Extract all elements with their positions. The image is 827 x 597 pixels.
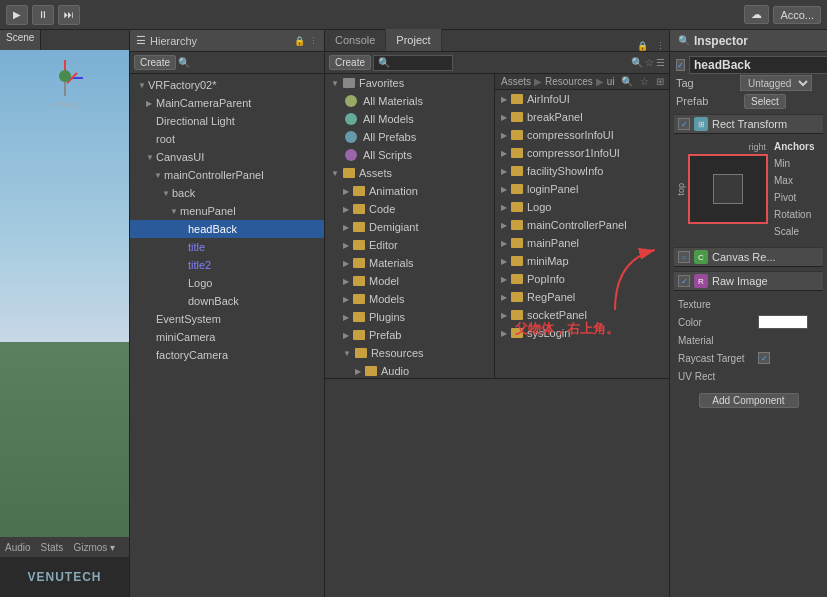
folder-icon (511, 166, 523, 176)
raw-image-checkbox[interactable]: ✓ (678, 275, 690, 287)
arrow-icon: ▶ (501, 311, 507, 320)
hierarchy-panel: ☰ Hierarchy 🔒 ⋮ Create 🔍 ▼ VRFactory02* … (130, 30, 325, 597)
hierarchy-item-root[interactable]: root (130, 130, 324, 148)
favorites-models[interactable]: All Models (325, 110, 494, 128)
asset-materials[interactable]: ▶ Materials (325, 254, 494, 272)
hierarchy-item-minicamera[interactable]: miniCamera (130, 328, 324, 346)
file-logo[interactable]: ▶ Logo (495, 198, 669, 216)
file-mainpanel[interactable]: ▶ mainPanel (495, 234, 669, 252)
assets-header[interactable]: ▼ Assets (325, 164, 494, 182)
asset-prefab[interactable]: ▶ Prefab (325, 326, 494, 344)
file-minimap[interactable]: ▶ miniMap (495, 252, 669, 270)
file-regpanel[interactable]: ▶ RegPanel (495, 288, 669, 306)
gameobject-name-row: ✓ (674, 56, 823, 74)
panel-menu-icon[interactable]: ⋮ (652, 41, 669, 51)
arrow-icon: ▶ (343, 277, 349, 286)
tab-gizmos[interactable]: Gizmos ▾ (68, 540, 120, 555)
asset-models[interactable]: ▶ Models (325, 290, 494, 308)
uvrect-label: UV Rect (678, 371, 758, 382)
hierarchy-item-factorycamera[interactable]: factoryCamera (130, 346, 324, 364)
hierarchy-item-menupanel[interactable]: ▼ menuPanel (130, 202, 324, 220)
asset-editor[interactable]: ▶ Editor (325, 236, 494, 254)
asset-plugins[interactable]: ▶ Plugins (325, 308, 494, 326)
pause-button[interactable]: ⏸ (32, 5, 54, 25)
gameobject-name-input[interactable] (689, 56, 827, 74)
content-panel: Console Project 🔒 ⋮ Create 🔍 ☆ ☰ (325, 30, 670, 597)
project-create-button[interactable]: Create (329, 55, 371, 70)
raw-image-title: Raw Image (712, 275, 768, 287)
anchors-label: Anchors (774, 141, 815, 152)
arrow-icon: ▶ (501, 221, 507, 230)
project-search-input[interactable] (373, 55, 453, 71)
rect-transform-checkbox[interactable]: ✓ (678, 118, 690, 130)
favorites-header[interactable]: ▼ Favorites (325, 74, 494, 92)
asset-code[interactable]: ▶ Code (325, 200, 494, 218)
file-compressor0[interactable]: ▶ compressorInfoUI (495, 126, 669, 144)
gameobject-checkbox[interactable]: ✓ (676, 59, 685, 71)
favorites-scripts[interactable]: All Scripts (325, 146, 494, 164)
play-button[interactable]: ▶ (6, 5, 28, 25)
file-maincontroller[interactable]: ▶ mainControllerPanel (495, 216, 669, 234)
file-popinfo[interactable]: ▶ PopInfo (495, 270, 669, 288)
color-swatch[interactable] (758, 315, 808, 329)
hierarchy-item-back[interactable]: ▼ back (130, 184, 324, 202)
favorites-folder-icon (343, 78, 355, 88)
tag-select[interactable]: Untagged (740, 75, 812, 91)
tab-console[interactable]: Console (325, 29, 386, 51)
file-loginpanel[interactable]: ▶ loginPanel (495, 180, 669, 198)
prefab-select-button[interactable]: Select (744, 94, 786, 109)
file-breakpanel[interactable]: ▶ breakPanel (495, 108, 669, 126)
main-layout: Scene < Persp Audio Stats Gizmos ▾ VE (0, 30, 827, 597)
folder-icon (353, 222, 365, 232)
account-button[interactable]: Acco... (773, 6, 821, 24)
hierarchy-toolbar: Create 🔍 (130, 52, 324, 74)
hierarchy-item-directionallight[interactable]: Directional Light (130, 112, 324, 130)
cloud-button[interactable]: ☁ (744, 5, 769, 24)
file-socketpanel[interactable]: ▶ socketPanel (495, 306, 669, 324)
file-facilityshow[interactable]: ▶ facilityShowInfo (495, 162, 669, 180)
anchor-labels-area: right top (676, 142, 768, 224)
hierarchy-item-downback[interactable]: downBack (130, 292, 324, 310)
asset-model[interactable]: ▶ Model (325, 272, 494, 290)
hierarchy-item-maincameraparent[interactable]: ▶ MainCameraParent (130, 94, 324, 112)
hierarchy-item-title2[interactable]: title2 (130, 256, 324, 274)
asset-demigiant[interactable]: ▶ Demigiant (325, 218, 494, 236)
arrow-icon: ▼ (343, 349, 351, 358)
asset-resources[interactable]: ▼ Resources (325, 344, 494, 362)
favorites-prefabs[interactable]: All Prefabs (325, 128, 494, 146)
file-compressor1[interactable]: ▶ compressor1InfoUI (495, 144, 669, 162)
step-button[interactable]: ⏭ (58, 5, 80, 25)
anchors-row: Anchors (774, 138, 815, 154)
canvas-renderer-header[interactable]: ○ C Canvas Re... (674, 247, 823, 267)
hierarchy-item-maincontrollerpanel[interactable]: ▼ mainControllerPanel (130, 166, 324, 184)
scene-viewport[interactable]: < Persp (0, 50, 129, 537)
hierarchy-create-button[interactable]: Create (134, 55, 176, 70)
arrow-icon: ▶ (501, 257, 507, 266)
tab-project[interactable]: Project (386, 29, 441, 51)
rect-transform-header[interactable]: ✓ ⊞ Rect Transform (674, 114, 823, 134)
hierarchy-item-canvasui[interactable]: ▼ CanvasUI (130, 148, 324, 166)
canvas-renderer-checkbox[interactable]: ○ (678, 251, 690, 263)
folder-icon (353, 240, 365, 250)
resource-audio[interactable]: ▶ Audio (325, 362, 494, 378)
hierarchy-item-headback[interactable]: headBack (130, 220, 324, 238)
arrow-icon: ▼ (170, 207, 180, 216)
tab-scene[interactable]: Scene (0, 30, 41, 50)
raw-image-header[interactable]: ✓ R Raw Image (674, 271, 823, 291)
hierarchy-item-eventsystem[interactable]: EventSystem (130, 310, 324, 328)
hierarchy-item-logo[interactable]: Logo (130, 274, 324, 292)
tab-stats[interactable]: Stats (36, 540, 69, 555)
tab-audio[interactable]: Audio (0, 540, 36, 555)
scene-bg (0, 50, 129, 537)
raycast-checkbox[interactable]: ✓ (758, 352, 770, 364)
asset-animation[interactable]: ▶ Animation (325, 182, 494, 200)
hierarchy-item-title[interactable]: title (130, 238, 324, 256)
hierarchy-menu[interactable]: ⋮ (309, 36, 318, 46)
hierarchy-item-vrfactory[interactable]: ▼ VRFactory02* (130, 76, 324, 94)
file-airinfo[interactable]: ▶ AirInfoUI (495, 90, 669, 108)
folder-icon (353, 204, 365, 214)
folder-icon (511, 130, 523, 140)
file-syslogin[interactable]: ▶ sysLogin (495, 324, 669, 342)
favorites-materials[interactable]: All Materials (325, 92, 494, 110)
add-component-button[interactable]: Add Component (699, 393, 799, 408)
